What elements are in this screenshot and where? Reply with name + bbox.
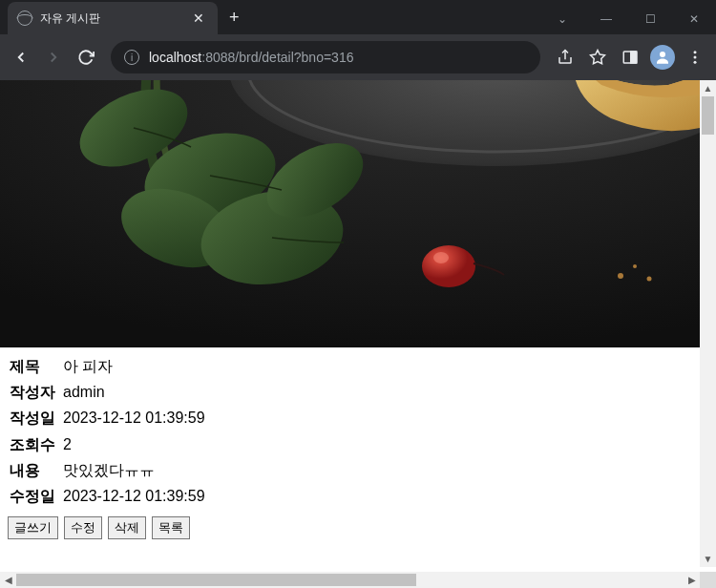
tab-title: 자유 게시판 [40, 10, 181, 27]
author-value: admin [63, 379, 105, 405]
profile-avatar[interactable] [649, 44, 676, 71]
scroll-left-arrow[interactable]: ◀ [0, 572, 16, 588]
svg-point-2 [660, 52, 665, 57]
url-text: localhost:8088/brd/detail?bno=316 [149, 50, 353, 65]
forward-button[interactable] [40, 44, 67, 71]
bookmark-icon[interactable] [584, 44, 611, 71]
views-value: 2 [63, 431, 72, 457]
created-label: 작성일 [10, 405, 57, 430]
svg-point-4 [694, 56, 697, 59]
modified-value: 2023-12-12 01:39:59 [63, 483, 205, 509]
browser-tab[interactable]: 자유 게시판 ✕ [8, 2, 218, 34]
scroll-down-arrow[interactable]: ▼ [700, 551, 716, 567]
svg-point-5 [694, 61, 697, 64]
title-label: 제목 [10, 353, 57, 379]
horizontal-scrollbar[interactable]: ◀ ▶ [0, 572, 716, 588]
svg-point-16 [618, 273, 623, 279]
titlebar: 자유 게시판 ✕ + ⌄ ― ☐ ✕ [0, 0, 716, 34]
action-buttons: 글쓰기 수정 삭제 목록 [0, 514, 700, 543]
author-label: 작성자 [10, 379, 57, 405]
content-row: 내용 맛있겠다ㅠㅠ [10, 457, 690, 483]
close-window-button[interactable]: ✕ [672, 4, 716, 34]
content-label: 내용 [10, 457, 57, 483]
caret-down-icon[interactable]: ⌄ [540, 4, 584, 34]
title-value: 아 피자 [63, 353, 113, 379]
minimize-button[interactable]: ― [584, 4, 628, 34]
content-value: 맛있겠다ㅠㅠ [63, 457, 155, 483]
site-info-icon[interactable]: i [124, 50, 139, 65]
globe-icon [17, 10, 32, 26]
side-panel-icon[interactable] [617, 44, 643, 71]
created-value: 2023-12-12 01:39:59 [63, 405, 205, 430]
toolbar: i localhost:8088/brd/detail?bno=316 [0, 34, 716, 80]
svg-rect-1 [631, 52, 637, 63]
hscroll-thumb[interactable] [16, 574, 416, 586]
write-button[interactable]: 글쓰기 [8, 516, 58, 539]
browser-chrome: 자유 게시판 ✕ + ⌄ ― ☐ ✕ i localhost:8088/brd/… [0, 0, 716, 80]
new-tab-button[interactable]: + [218, 8, 251, 28]
post-image [0, 80, 700, 347]
modified-label: 수정일 [10, 483, 57, 509]
post-details: 제목 아 피자 작성자 admin 작성일 2023-12-12 01:39:5… [0, 347, 700, 514]
modified-row: 수정일 2023-12-12 01:39:59 [10, 483, 690, 509]
menu-icon[interactable] [682, 44, 708, 71]
close-tab-icon[interactable]: ✕ [189, 10, 208, 26]
delete-button[interactable]: 삭제 [108, 516, 146, 539]
author-row: 작성자 admin [10, 379, 690, 405]
svg-point-14 [422, 245, 475, 287]
vertical-scrollbar[interactable]: ▲ ▼ [700, 80, 716, 567]
scroll-corner [700, 572, 716, 588]
reload-button[interactable] [73, 44, 99, 71]
svg-point-3 [694, 51, 697, 53]
views-label: 조회수 [10, 431, 57, 457]
edit-button[interactable]: 수정 [64, 516, 102, 539]
scroll-up-arrow[interactable]: ▲ [700, 80, 716, 96]
window-controls: ⌄ ― ☐ ✕ [540, 4, 716, 34]
share-icon[interactable] [552, 44, 579, 71]
page-content: 제목 아 피자 작성자 admin 작성일 2023-12-12 01:39:5… [0, 80, 716, 567]
list-button[interactable]: 목록 [152, 516, 190, 539]
svg-point-17 [633, 264, 637, 268]
scroll-right-arrow[interactable]: ▶ [684, 572, 700, 588]
vscroll-thumb[interactable] [702, 96, 714, 135]
content-area: 제목 아 피자 작성자 admin 작성일 2023-12-12 01:39:5… [0, 80, 700, 567]
maximize-button[interactable]: ☐ [628, 4, 672, 34]
hscroll-track[interactable] [16, 572, 684, 588]
created-row: 작성일 2023-12-12 01:39:59 [10, 405, 690, 430]
title-row: 제목 아 피자 [10, 353, 690, 379]
back-button[interactable] [8, 44, 34, 71]
svg-point-18 [647, 277, 652, 282]
svg-point-15 [433, 252, 449, 263]
views-row: 조회수 2 [10, 431, 690, 457]
address-bar[interactable]: i localhost:8088/brd/detail?bno=316 [111, 41, 540, 74]
